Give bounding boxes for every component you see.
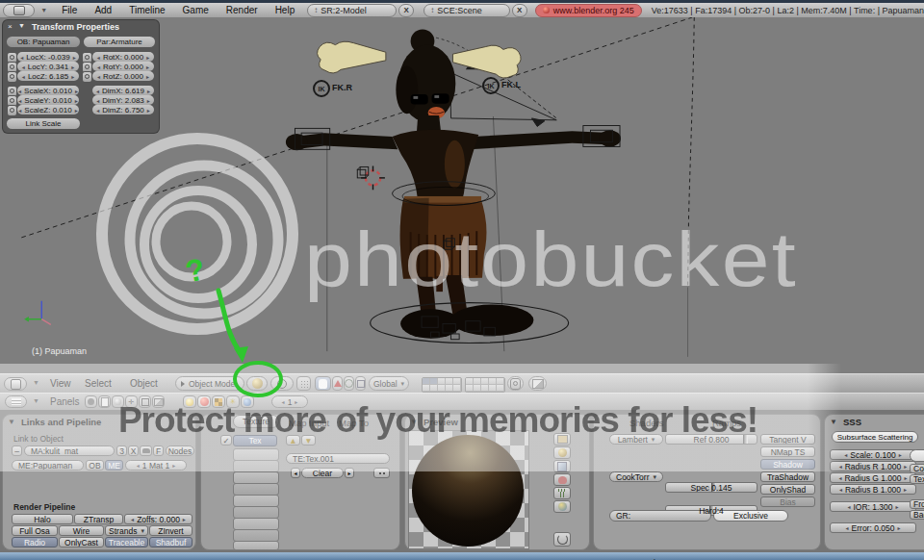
- rotx-field[interactable]: RotX: 0.000: [92, 52, 154, 62]
- orientation-dropdown[interactable]: Global: [369, 376, 409, 391]
- onlyshad-toggle[interactable]: OnlyShad: [760, 484, 815, 495]
- menu-game[interactable]: Game: [174, 5, 218, 15]
- zoffs-field[interactable]: Zoffs: 0.000: [124, 514, 192, 524]
- transform-properties-panel[interactable]: × ▼ Transform Properties OB: Papuaman Pa…: [2, 19, 160, 134]
- layer-cell[interactable]: [466, 378, 474, 385]
- zinvert-toggle[interactable]: ZInvert: [149, 525, 192, 536]
- onlycast-toggle[interactable]: OnlyCast: [59, 537, 104, 547]
- pivot-dropdown[interactable]: [270, 376, 294, 391]
- scalez-field[interactable]: ScaleZ: 0.010: [17, 105, 79, 115]
- lock-icon[interactable]: [7, 71, 17, 83]
- users-button[interactable]: [373, 468, 390, 478]
- rotz-field[interactable]: RotZ: 0.000: [92, 71, 154, 81]
- screen-selector[interactable]: ↕ SR:2-Model: [307, 4, 397, 17]
- group-field[interactable]: GR:: [609, 510, 711, 522]
- sss-scale-field[interactable]: Scale: 0.100: [830, 449, 916, 460]
- object-name-field[interactable]: OB: Papuaman: [7, 37, 80, 47]
- exclusive-toggle[interactable]: Exclusive: [713, 510, 788, 522]
- link-scale-button[interactable]: Link Scale: [7, 118, 80, 129]
- mesh-name-field[interactable]: ME:Papuaman: [12, 460, 84, 471]
- roty-field[interactable]: RotY: 0.000: [92, 62, 154, 71]
- scene-selector[interactable]: ↕ SCE:Scene: [424, 4, 509, 17]
- render-preview-button[interactable]: [528, 376, 547, 391]
- sss-ior-field[interactable]: IOR: 1.300: [830, 501, 916, 512]
- wire-toggle[interactable]: Wire: [59, 525, 104, 536]
- layer-cell[interactable]: [446, 385, 453, 392]
- sss-front-button[interactable]: Fro: [910, 499, 924, 509]
- viewport-shading-dropdown[interactable]: [246, 376, 268, 391]
- editor-type-button[interactable]: [5, 395, 27, 408]
- layer-cell[interactable]: [474, 385, 481, 392]
- trashadow-toggle[interactable]: TraShadow: [760, 471, 815, 482]
- menu-help[interactable]: Help: [267, 5, 304, 15]
- material-name-field[interactable]: MA:kulit_mat: [24, 445, 115, 456]
- 3d-viewport[interactable]: photobucket IK FK.R IK FK.L (1) Papuaman…: [0, 17, 924, 373]
- layer-cell[interactable]: [497, 385, 504, 392]
- preview-monkey-button[interactable]: [553, 473, 571, 486]
- sss-radius-g-field[interactable]: Radius G 1.000: [830, 472, 916, 483]
- sss-radius-r-field[interactable]: Radius R 1.000: [830, 461, 916, 471]
- lock-icon[interactable]: [82, 71, 92, 83]
- halo-toggle[interactable]: Halo: [12, 514, 73, 524]
- lock-icon[interactable]: [7, 105, 17, 116]
- auto-name-button[interactable]: [140, 445, 152, 456]
- header-chevron-icon[interactable]: ▼: [33, 379, 39, 386]
- clear-texture-button[interactable]: Clear: [301, 468, 344, 478]
- panel-collapse-icon[interactable]: ▼: [8, 418, 15, 426]
- locy-field[interactable]: LocY: 0.341: [17, 62, 79, 71]
- material-unlink-button[interactable]: X: [128, 445, 139, 456]
- editor-type-button[interactable]: [4, 377, 27, 391]
- nmap-ts-toggle[interactable]: NMap TS: [760, 446, 815, 457]
- ik-fkl-circle[interactable]: IK: [482, 77, 500, 94]
- layer-grid-2[interactable]: [465, 377, 505, 393]
- layer-cell[interactable]: [430, 385, 438, 392]
- dimx-field[interactable]: DimX: 6.619: [92, 86, 154, 95]
- parent-field[interactable]: Par:Armature: [84, 37, 155, 47]
- ik-fkr-circle[interactable]: IK: [313, 80, 330, 97]
- layer-cell[interactable]: [489, 385, 497, 392]
- scaley-field[interactable]: ScaleY: 0.010: [17, 95, 79, 105]
- menu-add[interactable]: Add: [86, 5, 120, 15]
- proportional-edit-button[interactable]: [296, 376, 311, 391]
- shadow-toggle[interactable]: Shadow: [760, 459, 815, 470]
- manipulator-hand-button[interactable]: [315, 376, 331, 391]
- layer-cell[interactable]: [489, 378, 497, 385]
- ob-toggle[interactable]: OB: [86, 460, 104, 471]
- traceable-toggle[interactable]: Traceable: [105, 537, 148, 547]
- layer-cell[interactable]: [446, 378, 453, 385]
- spec-slider[interactable]: Spec 0.145: [665, 482, 757, 493]
- sss-radius-b-field[interactable]: Radius B 1.000: [830, 484, 916, 495]
- layer-cell[interactable]: [481, 385, 489, 392]
- menu-file[interactable]: File: [53, 5, 86, 15]
- preview-refresh-button[interactable]: [553, 532, 571, 547]
- screen-close-button[interactable]: X: [398, 4, 414, 17]
- shadbuf-toggle[interactable]: Shadbuf: [149, 537, 192, 547]
- nodes-button[interactable]: Nodes: [166, 445, 194, 456]
- prev-texture-button[interactable]: ◂: [291, 468, 300, 478]
- sss-tex-button[interactable]: Tex: [910, 474, 924, 484]
- preview-sphere-button[interactable]: [553, 446, 571, 459]
- scene-close-button[interactable]: X: [512, 4, 527, 17]
- bias-toggle[interactable]: Bias: [760, 496, 815, 507]
- layer-cell[interactable]: [423, 385, 430, 392]
- layer-cell[interactable]: [453, 385, 461, 392]
- texture-name-field[interactable]: TE:Tex.001: [286, 453, 390, 464]
- spec-shader-dropdown[interactable]: CookTorr: [609, 471, 663, 482]
- layer-cell[interactable]: [497, 378, 504, 385]
- radio-toggle[interactable]: Radio: [12, 537, 58, 547]
- preview-cube-button[interactable]: [553, 460, 571, 472]
- material-users-button[interactable]: 3: [116, 445, 127, 456]
- dimz-field[interactable]: DimZ: 6.750: [92, 105, 154, 115]
- material-browse-button[interactable]: –: [12, 445, 22, 456]
- preview-hair-button[interactable]: [553, 487, 571, 499]
- app-icon-button[interactable]: [3, 4, 35, 17]
- locz-field[interactable]: LocZ: 6.185: [17, 71, 79, 81]
- layer-cell[interactable]: [423, 378, 430, 385]
- panel-collapse-icon[interactable]: ▼: [18, 22, 25, 29]
- scalex-field[interactable]: ScaleX: 0.010: [17, 86, 79, 95]
- menu-render[interactable]: Render: [218, 5, 267, 15]
- scale-manipulator-button[interactable]: [355, 376, 366, 391]
- sss-error-field[interactable]: Error: 0.050: [830, 522, 916, 533]
- menu-select[interactable]: Select: [85, 378, 112, 389]
- preview-sky-button[interactable]: [553, 500, 571, 513]
